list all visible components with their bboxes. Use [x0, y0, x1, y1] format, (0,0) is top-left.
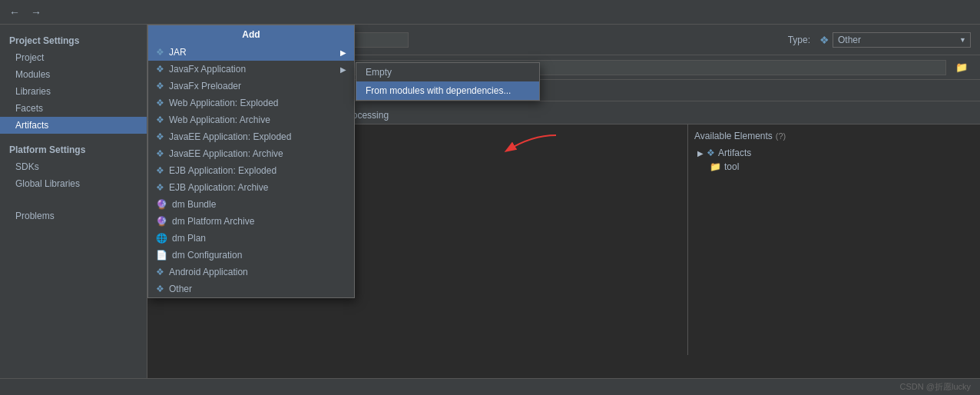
sidebar: Project Settings Project Modules Librari… — [0, 25, 147, 378]
sidebar-item-modules[interactable]: Modules — [0, 66, 147, 83]
ejb-archive-icon: ❖ — [156, 182, 164, 193]
back-button[interactable]: ← — [6, 5, 23, 20]
menu-item-ejb-archive[interactable]: ❖ EJB Application: Archive — [148, 179, 354, 196]
menu-item-ejb-exploded[interactable]: ❖ EJB Application: Exploded — [148, 162, 354, 179]
ejb-exploded-icon: ❖ — [156, 165, 164, 176]
menu-item-dm-plan[interactable]: 🌐 dm Plan — [148, 230, 354, 247]
javaee-exploded-icon: ❖ — [156, 131, 164, 142]
javaee-exploded-label: JavaEE Application: Exploded — [169, 131, 291, 142]
available-tree-tool[interactable]: 📁 tool — [694, 160, 974, 174]
other-label: Other — [169, 284, 192, 294]
ejb-exploded-label: EJB Application: Exploded — [169, 165, 276, 176]
type-label: Type: — [788, 35, 810, 45]
sidebar-item-global-libraries[interactable]: Global Libraries — [0, 175, 147, 192]
dm-platform-icon: 🔮 — [156, 216, 167, 227]
menu-item-web-archive[interactable]: ❖ Web Application: Archive — [148, 111, 354, 128]
type-select-wrapper: ❖ Other JAR — [819, 32, 971, 48]
menu-item-jar[interactable]: ❖ JAR ▶ Empty From modules with dependen… — [148, 44, 354, 61]
menu-item-dm-config[interactable]: 📄 dm Configuration — [148, 247, 354, 264]
dm-plan-icon: 🌐 — [156, 233, 167, 244]
jar-icon: ❖ — [156, 47, 164, 58]
dm-plan-label: dm Plan — [172, 233, 206, 244]
web-exploded-icon: ❖ — [156, 98, 164, 108]
jar-label: JAR — [169, 47, 187, 58]
ejb-archive-label: EJB Application: Archive — [169, 182, 268, 193]
available-tree-artifacts[interactable]: ▶ ❖ Artifacts — [694, 146, 974, 160]
add-menu-header: Add — [148, 25, 354, 44]
sidebar-item-artifacts[interactable]: Artifacts — [0, 117, 147, 134]
output-right: Available Elements (?) ▶ ❖ Artifacts 📁 t… — [688, 124, 980, 355]
top-toolbar: ← → — [0, 0, 980, 25]
artifacts-label: Artifacts — [718, 148, 751, 158]
other-icon: ❖ — [156, 284, 164, 294]
available-elements-title: Available Elements (?) — [694, 131, 974, 141]
sidebar-item-project[interactable]: Project — [0, 49, 147, 66]
forward-button[interactable]: → — [28, 5, 45, 20]
dm-platform-label: dm Platform Archive — [172, 216, 254, 227]
javafx-app-arrow: ▶ — [340, 65, 346, 74]
web-archive-icon: ❖ — [156, 115, 164, 125]
sidebar-item-facets[interactable]: Facets — [0, 100, 147, 117]
javafx-app-label: JavaFx Application — [169, 64, 246, 75]
android-icon: ❖ — [156, 267, 164, 277]
dm-config-label: dm Configuration — [172, 250, 242, 261]
javafx-app-icon: ❖ — [156, 64, 164, 75]
javafx-preloader-label: JavaFx Preloader — [169, 81, 241, 91]
platform-settings-title: Platform Settings — [0, 140, 147, 158]
menu-item-javafx-app[interactable]: ❖ JavaFx Application ▶ — [148, 61, 354, 78]
sidebar-item-libraries[interactable]: Libraries — [0, 83, 147, 100]
web-exploded-label: Web Application: Exploded — [169, 98, 279, 108]
sidebar-item-problems[interactable]: Problems — [0, 207, 147, 224]
submenu-empty[interactable]: Empty — [356, 63, 539, 81]
javaee-archive-label: JavaEE Application: Archive — [169, 148, 283, 159]
bottom-bar: CSDN @折愿lucky — [0, 378, 980, 395]
menu-item-javaee-exploded[interactable]: ❖ JavaEE Application: Exploded — [148, 128, 354, 145]
add-menu-container: Add ❖ JAR ▶ Empty From modules with depe… — [147, 25, 355, 298]
menu-item-javaee-archive[interactable]: ❖ JavaEE Application: Archive — [148, 145, 354, 162]
tool-label: tool — [724, 161, 739, 172]
available-elements-label: Available Elements — [694, 131, 773, 141]
menu-item-android[interactable]: ❖ Android Application — [148, 264, 354, 280]
content-area: + − ⧉ M) Type: ❖ Other JAR 📁 Include — [147, 25, 980, 378]
dm-config-icon: 📄 — [156, 250, 167, 261]
javaee-archive-icon: ❖ — [156, 148, 164, 159]
javafx-preloader-icon: ❖ — [156, 81, 164, 91]
help-icon: (?) — [776, 131, 786, 141]
type-select[interactable]: Other JAR — [833, 32, 971, 48]
menu-item-javafx-preloader[interactable]: ❖ JavaFx Preloader — [148, 78, 354, 95]
project-settings-title: Project Settings — [0, 31, 147, 49]
android-label: Android Application — [169, 267, 248, 277]
menu-item-dm-bundle[interactable]: 🔮 dm Bundle — [148, 196, 354, 213]
expand-artifacts-icon: ▶ — [697, 149, 704, 158]
artifacts-diamond-icon: ❖ — [707, 148, 715, 158]
menu-item-web-exploded[interactable]: ❖ Web Application: Exploded — [148, 95, 354, 111]
menu-item-other[interactable]: ❖ Other — [148, 280, 354, 297]
browse-folder-button[interactable]: 📁 — [952, 60, 971, 75]
jar-submenu: Empty From modules with dependencies... — [356, 62, 540, 101]
menu-item-dm-platform[interactable]: 🔮 dm Platform Archive — [148, 213, 354, 230]
jar-submenu-arrow: ▶ — [340, 48, 346, 57]
dm-bundle-label: dm Bundle — [172, 199, 216, 210]
other-type-icon: ❖ — [819, 34, 829, 46]
web-archive-label: Web Application: Archive — [169, 115, 270, 125]
credit-label: CSDN @折愿lucky — [900, 381, 971, 393]
dm-bundle-icon: 🔮 — [156, 199, 167, 210]
add-menu: Add ❖ JAR ▶ Empty From modules with depe… — [147, 25, 355, 298]
submenu-from-modules[interactable]: From modules with dependencies... — [356, 81, 539, 100]
main-layout: Project Settings Project Modules Librari… — [0, 25, 980, 378]
sidebar-item-sdks[interactable]: SDKs — [0, 158, 147, 175]
tool-folder-icon: 📁 — [710, 161, 721, 172]
